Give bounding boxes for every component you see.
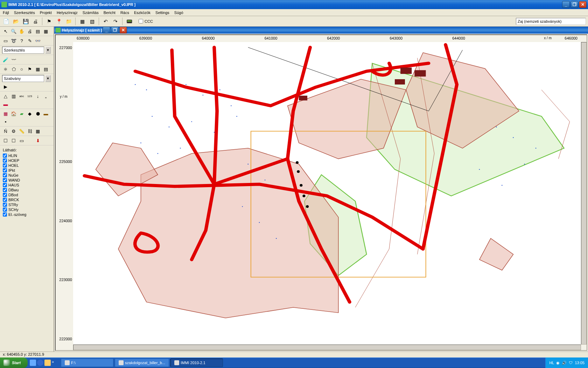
taskbar-task[interactable]: IMMI 2010-2.1 [170, 359, 223, 367]
layout-icon[interactable]: ▤ [34, 28, 41, 35]
tray-shield-icon[interactable]: 🛡 [569, 361, 573, 365]
layer-row-NuGe[interactable]: NuGe [3, 173, 51, 178]
fill-icon[interactable]: ▬ [2, 101, 9, 108]
bottle-icon[interactable]: 🧪 [2, 56, 9, 63]
minimize-button[interactable]: _ [562, 1, 570, 8]
layer-row-HOEP[interactable]: HOEP [3, 158, 51, 163]
poly-icon[interactable]: ⬠ [10, 66, 17, 73]
save-icon[interactable]: 💾 [22, 18, 29, 25]
grid-icon[interactable]: ▦ [78, 18, 86, 25]
ccc-checkbox[interactable] [139, 19, 143, 23]
open-icon[interactable]: 📂 [12, 18, 20, 25]
close-button[interactable]: ✕ [579, 1, 587, 8]
lasso-icon[interactable]: ➰ [10, 37, 17, 44]
layer-check-STRy[interactable] [3, 203, 7, 207]
menu-projekt[interactable]: Projekt [39, 10, 52, 15]
down-arrow-icon[interactable]: ⬇ [34, 137, 41, 144]
n-icon[interactable]: Ń [2, 128, 9, 135]
table-icon[interactable]: ▦ [34, 66, 41, 73]
chk2-icon[interactable]: ☐ [10, 137, 17, 144]
ql-explorer-icon[interactable] [44, 360, 51, 366]
szerk-arrow[interactable]: ▼ [45, 47, 51, 54]
zoom-icon[interactable]: 🔍 [10, 28, 17, 35]
lang-indicator[interactable]: HL [549, 361, 554, 365]
map-maximize[interactable]: ❐ [111, 27, 119, 34]
szabv-arrow[interactable]: ▼ [45, 75, 51, 82]
layer-row-HLIN[interactable]: HLIN [3, 153, 51, 158]
taskbar-task[interactable]: szakdolgozat_biller_b... [115, 359, 169, 367]
layer-row-HAUS[interactable]: HAUS [3, 183, 51, 188]
num-icon[interactable]: 123 [26, 93, 33, 100]
hatch1-icon[interactable]: ▦ [2, 110, 9, 117]
tool7-icon[interactable]: ▪ [2, 118, 9, 125]
play-icon[interactable]: ▶ [2, 83, 9, 90]
undo-icon[interactable]: ↶ [102, 18, 110, 25]
szabv-combo[interactable]: Szabvány [2, 75, 44, 82]
redo-icon[interactable]: ↷ [112, 18, 119, 25]
menu-sugo[interactable]: Súgó [174, 10, 184, 15]
layer-row-DBod[interactable]: DBod [3, 192, 51, 197]
ql-desktop-icon[interactable] [30, 360, 36, 366]
tool5-icon[interactable]: ⬢ [34, 110, 41, 117]
tool4-icon[interactable]: ◆ [26, 110, 33, 117]
layer-row-STRy[interactable]: STRy [3, 202, 51, 207]
flag-icon[interactable]: ⚑ [45, 18, 53, 25]
house-icon[interactable]: 🏠 [10, 110, 17, 117]
layer-row-SCHy[interactable]: SCHy [3, 207, 51, 212]
layer-check-NuGe[interactable] [3, 173, 7, 177]
layer-row-HOEL[interactable]: HOEL [3, 163, 51, 168]
layer-row-IPkt[interactable]: IPkt [3, 168, 51, 173]
menu-szerkesztes[interactable]: Szerkesztés [13, 10, 36, 15]
map-canvas[interactable] [73, 42, 581, 345]
horizontal-scrollbar[interactable] [73, 345, 581, 350]
tray-vol-icon[interactable]: 🔊 [562, 361, 567, 365]
new-icon[interactable]: 📄 [2, 18, 10, 25]
glasses-icon[interactable]: 👓 [34, 37, 41, 44]
arrow-icon[interactable]: ↓ [34, 93, 41, 100]
bars-icon[interactable]: ▥ [10, 93, 17, 100]
layer-row-BRCK[interactable]: BRCK [3, 197, 51, 202]
menu-helyszinrajz[interactable]: Helyszínrajz [56, 10, 78, 15]
abc-icon[interactable]: abc [18, 93, 25, 100]
layer-row-El.-szöveg[interactable]: El.-szöveg [3, 212, 51, 217]
ql-more-icon[interactable]: » [52, 360, 58, 366]
quote-icon[interactable]: „ [42, 93, 49, 100]
pin-icon[interactable]: 📍 [55, 18, 63, 25]
map-viewport[interactable]: 6380006390006400006410006420006430006440… [55, 34, 587, 351]
menu-szamitas[interactable]: Számítás [82, 10, 99, 15]
layer-check-HAUS[interactable] [3, 183, 7, 187]
layer-row-WAND[interactable]: WAND [3, 178, 51, 183]
select-icon[interactable]: ▭ [2, 37, 9, 44]
menu-eszkozok[interactable]: Eszközök [133, 10, 151, 15]
map-minimize[interactable]: _ [103, 27, 110, 34]
line-icon[interactable]: 〰 [10, 56, 17, 63]
layer-check-HOEP[interactable] [3, 158, 7, 163]
pointer-icon[interactable]: ↖ [2, 28, 9, 35]
chk1-icon[interactable]: ☐ [2, 137, 9, 144]
vertical-scrollbar[interactable] [581, 42, 587, 345]
calc-icon[interactable]: 📟 [125, 18, 133, 25]
help-icon[interactable]: ? [18, 37, 25, 44]
szerk-combo[interactable]: Szerkesztés [2, 47, 44, 54]
tri-icon[interactable]: △ [2, 93, 9, 100]
tool6-icon[interactable]: ▬ [42, 110, 49, 117]
menu-settings[interactable]: Settings [155, 10, 170, 15]
print2-icon[interactable]: 🖨 [26, 28, 33, 35]
start-button[interactable]: Start [0, 357, 28, 368]
ccc-toggle[interactable]: CCC [139, 19, 153, 23]
folder-icon[interactable]: 📁 [65, 18, 72, 25]
menu-fajl[interactable]: Fájl [2, 10, 10, 15]
layer-check-SCHy[interactable] [3, 207, 7, 212]
menu-racs[interactable]: Rács [120, 10, 130, 15]
layout2-icon[interactable]: ▦ [42, 28, 49, 35]
layer-row-DBwu[interactable]: DBwu [3, 188, 51, 192]
chk3-icon[interactable]: ▭ [18, 137, 25, 144]
list-icon[interactable]: ▤ [42, 66, 49, 73]
layer-check-DBod[interactable] [3, 193, 7, 197]
tray-net-icon[interactable]: ◉ [556, 361, 560, 365]
layer-check-DBwu[interactable] [3, 188, 7, 192]
menu-bericht[interactable]: Bericht [103, 10, 116, 15]
ruler-icon[interactable]: 📏 [18, 128, 25, 135]
print-icon[interactable]: 🖨 [31, 18, 39, 25]
clock[interactable]: 13:05 [575, 361, 584, 365]
